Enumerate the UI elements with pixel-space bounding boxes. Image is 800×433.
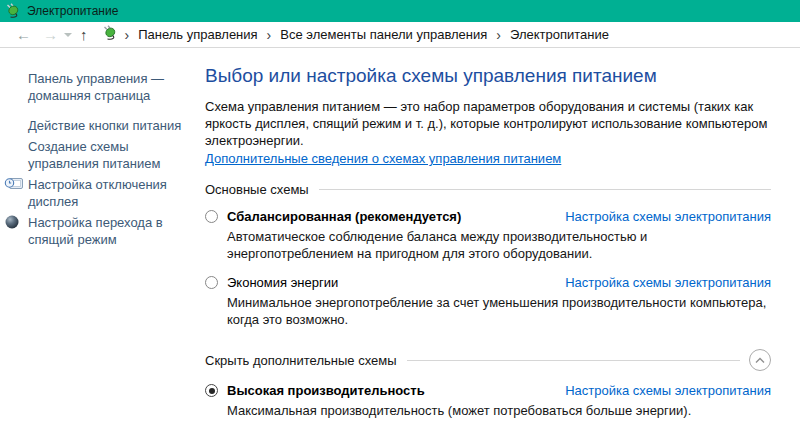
collapse-section-button[interactable] xyxy=(749,349,771,371)
plan-row: Высокая производительность Настройка схе… xyxy=(205,383,771,398)
up-button[interactable]: ↑ xyxy=(76,27,96,42)
tasks-sidebar: Панель управления — домашняя страница Де… xyxy=(0,48,205,433)
section-divider xyxy=(407,360,740,361)
breadcrumb-all-items[interactable]: Все элементы панели управления xyxy=(276,27,491,42)
navigation-toolbar: ← → ↑ › Панель управления › Все элементы… xyxy=(0,22,800,48)
display-clock-icon xyxy=(4,176,24,193)
section-label: Основные схемы xyxy=(205,182,309,197)
page-title: Выбор или настройка схемы управления пит… xyxy=(205,65,771,87)
radio-high-performance[interactable] xyxy=(205,384,218,397)
plan-name: Экономия энергии xyxy=(227,275,338,290)
moon-icon xyxy=(4,214,24,231)
sidebar-item-power-button-action[interactable]: Действие кнопки питания xyxy=(28,117,200,134)
breadcrumb-separator: › xyxy=(262,27,277,43)
plan-name: Высокая производительность xyxy=(227,383,425,398)
breadcrumb-control-panel[interactable]: Панель управления xyxy=(134,27,261,42)
plan-settings-link-high-performance[interactable]: Настройка схемы электропитания xyxy=(565,383,771,398)
plan-settings-link-power-saver[interactable]: Настройка схемы электропитания xyxy=(565,275,771,290)
plan-description: Автоматическое соблюдение баланса между … xyxy=(227,228,770,262)
window-title: Электропитание xyxy=(27,4,118,18)
sidebar-item-control-panel-home[interactable]: Панель управления — домашняя страница xyxy=(28,70,200,104)
recent-pages-dropdown-icon[interactable] xyxy=(64,33,72,37)
plan-balanced: Сбалансированная (рекомендуется) Настрой… xyxy=(205,209,771,262)
radio-power-saver[interactable] xyxy=(205,276,218,289)
plan-row: Экономия энергии Настройка схемы электро… xyxy=(205,275,771,290)
title-bar: Электропитание xyxy=(0,0,800,22)
power-options-icon xyxy=(5,3,21,19)
sidebar-item-label: Настройка перехода в спящий режим xyxy=(28,215,163,247)
plan-description: Минимальное энергопотребление за счет ум… xyxy=(227,294,770,328)
chevron-up-icon xyxy=(755,357,765,364)
main-content: Выбор или настройка схемы управления пит… xyxy=(205,48,800,433)
back-button[interactable]: ← xyxy=(10,27,37,42)
plan-settings-link-balanced[interactable]: Настройка схемы электропитания xyxy=(565,209,771,224)
plan-description: Максимальная производительность (может п… xyxy=(227,402,770,419)
sidebar-item-label: Панель управления — домашняя страница xyxy=(28,71,164,103)
sidebar-item-label: Создание схемы управления питанием xyxy=(28,139,160,171)
plan-power-saver: Экономия энергии Настройка схемы электро… xyxy=(205,275,771,328)
sidebar-item-display-off-settings[interactable]: Настройка отключения дисплея xyxy=(28,176,200,210)
learn-more-link[interactable]: Дополнительные сведения о схемах управле… xyxy=(205,151,561,166)
sidebar-item-label: Настройка отключения дисплея xyxy=(28,177,167,209)
plan-high-performance: Высокая производительность Настройка схе… xyxy=(205,383,771,419)
section-label: Скрыть дополнительные схемы xyxy=(205,353,397,368)
sidebar-item-sleep-settings[interactable]: Настройка перехода в спящий режим xyxy=(28,214,200,248)
breadcrumb-separator: › xyxy=(491,27,506,43)
sidebar-item-create-power-plan[interactable]: Создание схемы управления питанием xyxy=(28,138,200,172)
breadcrumb-separator: › xyxy=(120,27,135,43)
forward-button[interactable]: → xyxy=(37,27,64,42)
radio-balanced[interactable] xyxy=(205,210,218,223)
plan-row: Сбалансированная (рекомендуется) Настрой… xyxy=(205,209,771,224)
sidebar-item-label: Действие кнопки питания xyxy=(28,118,181,133)
power-plug-icon xyxy=(102,25,118,45)
section-preferred-plans: Основные схемы xyxy=(205,182,771,197)
section-additional-plans: Скрыть дополнительные схемы xyxy=(205,349,771,371)
plan-name: Сбалансированная (рекомендуется) xyxy=(227,209,461,224)
window-body: Панель управления — домашняя страница Де… xyxy=(0,48,800,433)
intro-text: Схема управления питанием — это набор па… xyxy=(205,98,771,149)
section-divider xyxy=(319,189,771,190)
breadcrumb-power-options[interactable]: Электропитание xyxy=(506,27,613,42)
